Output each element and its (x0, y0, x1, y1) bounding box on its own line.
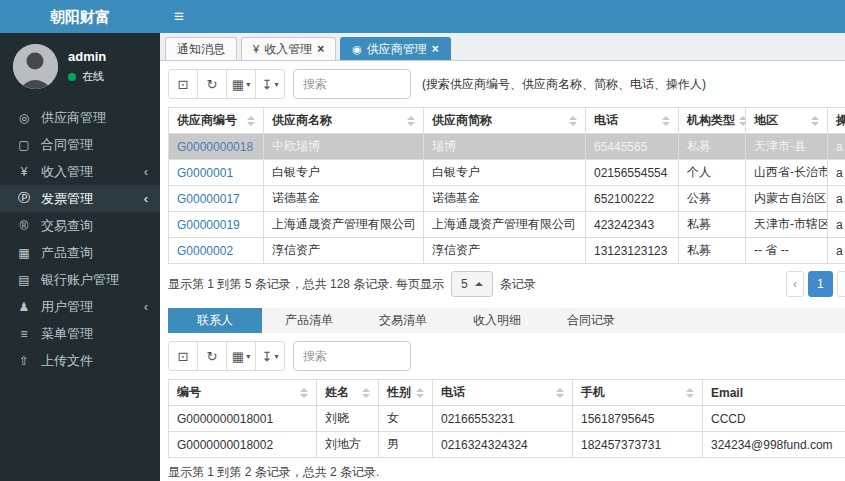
export-button[interactable]: ↧▾ (255, 341, 285, 371)
sidebar-item-users[interactable]: ♟ 用户管理 ‹ (0, 293, 160, 320)
contacts-search-input[interactable] (293, 341, 411, 371)
detail-tab-transactions[interactable]: 交易清单 (356, 308, 450, 333)
column-header[interactable]: 编号 (169, 380, 317, 406)
table-cell: 淳信资产 (264, 238, 424, 264)
sort-icon (407, 116, 415, 126)
table-cell: 诺德基金 (264, 186, 424, 212)
sidebar: 朝阳财富 admin 在线 ◎ 供应商管理 (0, 0, 160, 481)
main-content: ⊡ ↻ ▦▾ ↧▾ (搜索供应商编号、供应商名称、简称、电话、操作人) 供应商编… (160, 61, 845, 481)
columns-grid-icon: ▦ (232, 349, 244, 364)
columns-button[interactable]: ▦▾ (226, 69, 256, 99)
supplier-row[interactable]: G00000019 上海通晟资产管理有限公司 上海通晟资产管理有限公司 4232… (169, 212, 845, 238)
column-header[interactable]: 机构类型 (679, 108, 746, 134)
tab-income-management[interactable]: ¥ 收入管理 × (241, 37, 336, 60)
column-header[interactable]: 地区 (746, 108, 828, 134)
sidebar-item-income[interactable]: ¥ 收入管理 ‹ (0, 158, 160, 185)
detail-tab-contacts[interactable]: 联系人 (168, 308, 262, 333)
close-icon[interactable]: × (432, 42, 439, 56)
sidebar-item-transactions[interactable]: ® 交易查询 (0, 212, 160, 239)
contacts-table: 编号 姓名 性别 电话 手机 Email G0000000018001 刘晓 女… (168, 379, 845, 458)
sidebar-toggle-hamburger-icon[interactable]: ≡ (160, 0, 198, 33)
column-header[interactable]: Email (703, 380, 845, 406)
sidebar-item-label: 收入管理 (41, 163, 93, 181)
page-1-button[interactable]: 1 (808, 271, 833, 297)
supplier-row[interactable]: G0000001 白银专户 白银专户 02156554554 个人 山西省-长治… (169, 160, 845, 186)
refresh-button[interactable]: ↻ (197, 69, 227, 99)
supplier-code-link[interactable]: G00000017 (177, 192, 240, 206)
sidebar-item-menus[interactable]: ≡ 菜单管理 (0, 320, 160, 347)
column-header[interactable]: 供应商名称 (264, 108, 424, 134)
detail-tab-products[interactable]: 产品清单 (262, 308, 356, 333)
supplier-code-link[interactable]: G0000001 (177, 166, 233, 180)
online-dot-icon (68, 73, 76, 81)
toggle-view-button[interactable]: ⊡ (168, 341, 198, 371)
detail-tab-income[interactable]: 收入明细 (450, 308, 544, 333)
user-name: admin (68, 49, 106, 64)
table-cell: 山西省-长治市 (746, 160, 828, 186)
sidebar-item-label: 用户管理 (41, 298, 93, 316)
sidebar-item-suppliers[interactable]: ◎ 供应商管理 (0, 104, 160, 131)
toggle-view-button[interactable]: ⊡ (168, 69, 198, 99)
table-cell: 白银专户 (424, 160, 586, 186)
column-header[interactable]: 操作人 (828, 108, 845, 134)
table-cell: G0000000018002 (169, 432, 317, 458)
user-panel: admin 在线 (0, 33, 160, 102)
table-cell: 上海通晟资产管理有限公司 (264, 212, 424, 238)
toolbar-button-group: ⊡ ↻ ▦▾ ↧▾ (168, 69, 285, 99)
refresh-button[interactable]: ↻ (197, 341, 227, 371)
page-size-select[interactable]: 5 (451, 271, 493, 297)
columns-button[interactable]: ▦▾ (226, 341, 256, 371)
tab-notifications[interactable]: 通知消息 (165, 37, 237, 60)
contact-row[interactable]: G0000000018002 刘地方 男 0216324324324 18245… (169, 432, 845, 458)
user-icon: ♟ (14, 300, 34, 314)
upload-icon: ⇧ (14, 354, 34, 368)
chevron-left-icon: ‹ (144, 191, 148, 206)
online-label: 在线 (82, 69, 104, 84)
column-header[interactable]: 姓名 (317, 380, 379, 406)
sidebar-item-label: 产品查询 (41, 244, 93, 262)
refresh-icon: ↻ (207, 77, 218, 92)
column-header[interactable]: 性别 (379, 380, 433, 406)
column-header[interactable]: 供应商简称 (424, 108, 586, 134)
sidebar-item-label: 发票管理 (41, 190, 93, 208)
supplier-search-input[interactable] (293, 69, 411, 99)
supplier-row[interactable]: G0000000018 中欧瑞博 瑞博 65445565 私募 天津市-县 a (169, 134, 845, 160)
contact-row[interactable]: G0000000018001 刘晓 女 02166553231 15618795… (169, 406, 845, 432)
tab-supplier-management[interactable]: ◉ 供应商管理 × (340, 37, 451, 60)
user-status[interactable]: 在线 (68, 69, 106, 84)
toggle-icon: ⊡ (178, 77, 189, 92)
table-cell: 私募 (679, 212, 746, 238)
chevron-left-icon: ‹ (144, 164, 148, 179)
prev-page-button[interactable]: ‹ (786, 271, 804, 297)
supplier-row[interactable]: G0000002 淳信资产 淳信资产 13123123123 私募 -- 省 -… (169, 238, 845, 264)
column-header[interactable]: 电话 (586, 108, 679, 134)
column-header[interactable]: 手机 (573, 380, 703, 406)
supplier-row[interactable]: G00000017 诺德基金 诺德基金 652100222 公募 内蒙古自治区 … (169, 186, 845, 212)
table-cell: 65445565 (586, 134, 679, 160)
sidebar-item-contracts[interactable]: ▢ 合同管理 (0, 131, 160, 158)
export-button[interactable]: ↧▾ (255, 69, 285, 99)
page-2-button[interactable]: 2 (837, 271, 845, 297)
table-cell: -- 省 -- (746, 238, 828, 264)
supplier-code-link[interactable]: G0000002 (177, 244, 233, 258)
sidebar-item-products[interactable]: ▦ 产品查询 (0, 239, 160, 266)
detail-tab-contracts[interactable]: 合同记录 (544, 308, 638, 333)
supplier-code-link[interactable]: G00000019 (177, 218, 240, 232)
column-header[interactable]: 电话 (433, 380, 573, 406)
sort-icon (739, 116, 746, 126)
pagination-info: 显示第 1 到第 5 条记录，总共 128 条记录. 每页显示 (168, 276, 444, 293)
menu-list-icon: ≡ (14, 327, 34, 341)
pager: ‹ 1 2 (786, 271, 845, 297)
table-cell: 白银专户 (264, 160, 424, 186)
caret-down-icon: ▾ (274, 352, 278, 361)
tab-label: 供应商管理 (367, 41, 427, 58)
supplier-code-link[interactable]: G0000000018 (177, 140, 253, 154)
table-cell: 刘晓 (317, 406, 379, 432)
column-header[interactable]: 供应商编号 (169, 108, 264, 134)
sort-icon (556, 388, 564, 398)
sidebar-item-upload[interactable]: ⇧ 上传文件 (0, 347, 160, 374)
table-cell: 02166553231 (433, 406, 573, 432)
sidebar-item-bank-accounts[interactable]: ▤ 银行账户管理 (0, 266, 160, 293)
sidebar-item-invoices[interactable]: Ⓟ 发票管理 ‹ (0, 185, 160, 212)
close-icon[interactable]: × (317, 42, 324, 56)
